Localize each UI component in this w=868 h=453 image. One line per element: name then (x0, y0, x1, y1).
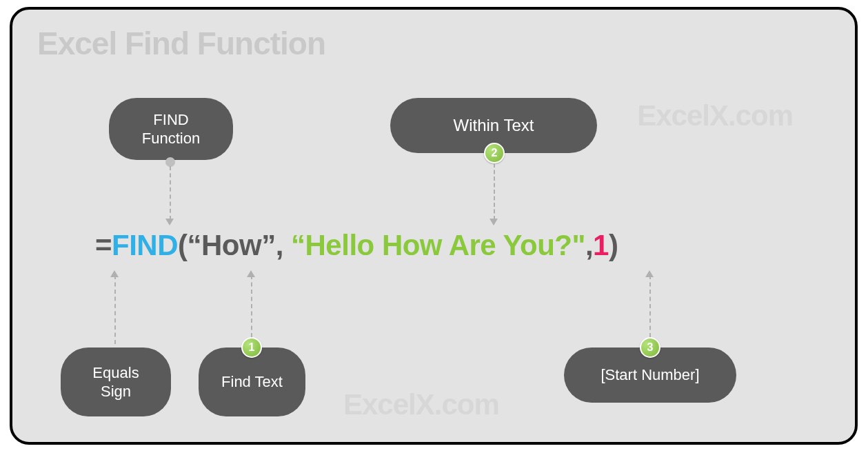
formula-function-name: FIND (112, 229, 178, 261)
watermark-top: ExcelX.com (637, 99, 793, 132)
arrow-down-icon (489, 219, 498, 225)
formula-close-paren: ) (609, 229, 618, 261)
formula-equals: = (95, 229, 112, 261)
formula: =FIND(“How”, “Hello How Are You?",1) (95, 229, 618, 262)
arrow-down-icon (165, 219, 174, 225)
formula-open-paren: ( (178, 229, 188, 261)
badge-find-text: 1 (241, 337, 262, 358)
badge-within-text: 2 (484, 143, 505, 163)
connector-line (114, 275, 116, 344)
arrow-up-icon (247, 270, 255, 277)
badge-start-number: 3 (640, 337, 660, 358)
arrow-up-icon (645, 270, 654, 277)
formula-comma1: , (276, 229, 291, 261)
connector-dot-icon (165, 157, 175, 167)
formula-find-text: “How” (188, 229, 276, 261)
diagram-canvas: Excel Find Function ExcelX.com ExcelX.co… (10, 7, 858, 445)
connector-line (649, 275, 651, 337)
formula-within-text: “Hello How Are You?" (291, 229, 585, 261)
callout-equals-sign: Equals Sign (61, 348, 171, 416)
connector-line (494, 163, 495, 220)
arrow-up-icon (110, 270, 119, 277)
page-title: Excel Find Function (37, 25, 325, 62)
connector-line (251, 275, 252, 337)
formula-comma2: , (585, 229, 593, 261)
connector-line (170, 166, 171, 220)
callout-find-function: FIND Function (109, 98, 233, 160)
watermark-bottom: ExcelX.com (343, 388, 499, 421)
callout-find-text: Find Text (199, 348, 305, 416)
formula-start-num: 1 (593, 229, 609, 261)
